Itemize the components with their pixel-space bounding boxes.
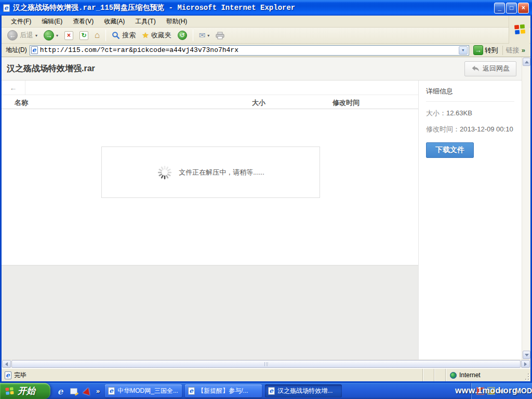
task-ie-icon — [108, 387, 115, 395]
close-button[interactable]: × — [518, 3, 529, 14]
ie-window-icon — [3, 4, 10, 12]
scroll-left-button[interactable] — [2, 360, 11, 368]
start-flag-icon — [4, 386, 15, 396]
mod-logo-watermark: MOD — [515, 387, 532, 395]
search-button[interactable]: 搜索 — [109, 30, 138, 41]
size-label: 大小： — [426, 109, 446, 117]
quick-launch-ie-icon[interactable]: e — [56, 387, 65, 396]
address-bar: 地址(D) http://115.com/?ct=rar&pickcode=a4… — [2, 44, 530, 57]
forward-dropdown-icon[interactable]: ▾ — [56, 33, 58, 38]
return-to-drive-button[interactable]: 返回网盘 — [464, 61, 516, 76]
internet-globe-icon — [450, 372, 457, 379]
return-arrow-icon — [471, 65, 480, 72]
download-file-button[interactable]: 下载文件 — [426, 142, 474, 158]
task-label: 【新提醒】参与/... — [197, 387, 248, 395]
menu-bar: 文件(F) 编辑(E) 查看(V) 收藏(A) 工具(T) 帮助(H) — [2, 16, 530, 28]
forward-icon: → — [44, 30, 54, 41]
status-page-icon — [5, 371, 11, 379]
quick-launch-bar: e » — [50, 383, 105, 399]
folder-up-button[interactable]: ← — [2, 81, 25, 95]
mail-button[interactable]: ✉ ▾ — [196, 30, 212, 41]
refresh-button[interactable]: ↻ — [77, 30, 91, 41]
file-table-body: 文件正在解压中，请稍等...... — [2, 109, 418, 265]
size-row: 大小：12.63KB — [426, 109, 514, 118]
forward-button[interactable]: → ▾ — [41, 29, 61, 42]
size-value: 12.63KB — [446, 109, 472, 117]
task-button-1[interactable]: 中华MOD网_三国全... — [105, 384, 182, 397]
history-button[interactable]: ↺ — [175, 30, 190, 41]
task-button-2[interactable]: 【新提醒】参与/... — [185, 384, 262, 397]
security-zone-pane: Internet — [445, 369, 523, 381]
task-button-3-active[interactable]: 汉之殇战场特效增... — [265, 384, 342, 397]
status-pane-2 — [434, 369, 445, 381]
site-watermark: www.1mod.org — [455, 386, 517, 395]
links-chevron-icon: » — [522, 46, 525, 54]
column-name[interactable]: 名称 — [15, 98, 28, 108]
menu-tools[interactable]: 工具(T) — [130, 16, 161, 28]
back-dropdown-icon[interactable]: ▾ — [35, 33, 37, 38]
minimize-button[interactable]: _ — [494, 3, 505, 14]
back-button[interactable]: ← 后退 ▾ — [5, 29, 40, 42]
links-button[interactable]: 链接 » — [502, 46, 528, 55]
archive-nav-row: ← — [2, 81, 418, 95]
stop-button[interactable]: × — [62, 30, 76, 41]
task-ie-icon — [188, 387, 195, 395]
scroll-right-button[interactable] — [521, 360, 530, 368]
back-icon: ← — [7, 30, 18, 41]
go-button[interactable]: → 转到 — [472, 45, 500, 55]
address-url[interactable]: http://115.com/?ct=rar&pickcode=a44vj43v… — [40, 46, 457, 54]
column-size[interactable]: 大小 — [252, 98, 265, 108]
return-label: 返回网盘 — [483, 64, 510, 73]
start-button[interactable]: 开始 — [0, 383, 50, 399]
maximize-icon: □ — [510, 4, 513, 11]
toolbar-separator — [105, 30, 106, 41]
zone-label: Internet — [459, 371, 481, 379]
loading-spinner-icon — [157, 165, 172, 180]
windows-logo-icon — [509, 16, 529, 44]
address-dropdown-button[interactable]: ▾ — [459, 46, 468, 55]
column-modified[interactable]: 修改时间 — [332, 98, 360, 108]
scroll-up-button[interactable] — [523, 58, 530, 66]
menu-edit[interactable]: 编辑(E) — [36, 16, 68, 28]
home-button[interactable]: ⌂ — [92, 29, 102, 42]
desktop-screen: 汉之殇战场特效增强.rar_115网盘压缩包预览 - Microsoft Int… — [0, 0, 532, 399]
status-message-pane: 完毕 — [2, 371, 422, 380]
title-bar[interactable]: 汉之殇战场特效增强.rar_115网盘压缩包预览 - Microsoft Int… — [0, 0, 532, 16]
quick-launch-overflow-chevron[interactable]: » — [96, 387, 100, 395]
resize-grip[interactable] — [523, 369, 530, 381]
menu-view[interactable]: 查看(V) — [68, 16, 99, 28]
menu-file[interactable]: 文件(F) — [6, 16, 36, 28]
task-ie-icon — [268, 387, 275, 395]
loading-panel: 文件正在解压中，请稍等...... — [101, 147, 320, 198]
archive-panel: ← 名称 大小 修改时间 — [2, 81, 418, 360]
stop-icon: × — [64, 31, 73, 40]
maximize-button[interactable]: □ — [506, 3, 517, 14]
horizontal-scrollbar[interactable] — [2, 360, 530, 368]
horizontal-scroll-thumb[interactable] — [11, 360, 521, 368]
show-desktop-icon[interactable] — [69, 387, 78, 396]
page-icon — [31, 46, 38, 54]
scroll-down-button[interactable] — [523, 351, 530, 359]
history-icon: ↺ — [178, 31, 187, 40]
scroll-left-icon — [5, 362, 8, 366]
taskbar: 开始 e » 中华MOD网_三国全... 【新提醒】参与/... 汉之殇战场特效… — [0, 383, 532, 399]
print-button[interactable] — [213, 31, 227, 41]
vertical-scrollbar[interactable] — [522, 57, 530, 360]
scroll-up-icon — [525, 61, 529, 63]
go-icon: → — [473, 45, 483, 55]
menu-favorites[interactable]: 收藏(A) — [99, 16, 130, 28]
close-icon: × — [522, 4, 525, 11]
quick-launch-app-icon[interactable] — [83, 387, 92, 396]
status-bar: 完毕 Internet — [2, 368, 530, 381]
page-footer-area — [2, 265, 418, 360]
folder-up-icon: ← — [10, 84, 17, 92]
modified-row: 修改时间：2013-12-09 00:10 — [426, 125, 514, 134]
scroll-down-icon — [525, 354, 529, 356]
menu-help[interactable]: 帮助(H) — [161, 16, 193, 28]
scroll-right-icon — [524, 362, 527, 366]
address-input[interactable]: http://115.com/?ct=rar&pickcode=a44vj43v… — [30, 45, 469, 56]
browser-toolbar: ← 后退 ▾ → ▾ × ↻ ⌂ 搜索 — [2, 28, 530, 44]
favorites-button[interactable]: ★ 收藏夹 — [139, 30, 174, 41]
mail-dropdown-icon: ▾ — [207, 33, 209, 38]
home-icon: ⌂ — [95, 30, 100, 41]
